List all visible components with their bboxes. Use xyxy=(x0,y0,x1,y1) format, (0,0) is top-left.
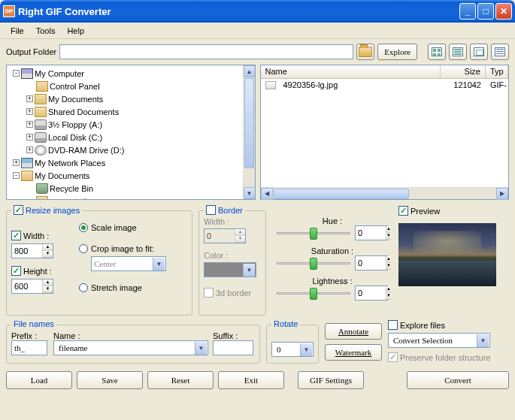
expander-icon[interactable]: + xyxy=(26,147,33,153)
title-bar: GIF Right GIF Converter _ □ ✕ xyxy=(0,0,515,23)
tree-scrollbar[interactable]: ▲ ▼ xyxy=(243,65,255,199)
gif-settings-button[interactable]: GIF Settings xyxy=(298,371,364,389)
width-up[interactable]: ▲ xyxy=(43,244,53,251)
tree-item[interactable]: -My Computer xyxy=(8,67,253,80)
tree-item[interactable]: +My Network Places xyxy=(8,156,253,169)
saturation-spinner[interactable]: ▲▼ xyxy=(355,255,388,270)
explore-button[interactable]: Explore xyxy=(377,44,417,60)
lightness-input[interactable] xyxy=(356,286,386,300)
preview-checkbox[interactable]: ✓ xyxy=(398,206,408,216)
height-spinner[interactable]: ▲▼ xyxy=(11,279,53,294)
name-combo[interactable]: filename▼ xyxy=(53,340,208,355)
list-header: Name Size Typ xyxy=(261,65,509,79)
annotate-button[interactable]: Annotate xyxy=(325,323,382,340)
list-row[interactable]: 4920356-lg.jpg121042GIF- xyxy=(261,79,509,91)
maximize-button[interactable]: □ xyxy=(477,3,494,20)
exit-button[interactable]: Exit xyxy=(218,371,284,389)
list-scrollbar-h[interactable]: ◀ ▶ xyxy=(261,187,509,199)
reset-button[interactable]: Reset xyxy=(147,371,214,389)
scroll-down-button[interactable]: ▼ xyxy=(244,187,256,199)
output-folder-input[interactable] xyxy=(59,44,353,59)
lightness-spinner[interactable]: ▲▼ xyxy=(355,286,388,301)
tree-item[interactable]: +Local Disk (C:) xyxy=(8,131,253,144)
col-name[interactable]: Name xyxy=(261,65,441,78)
scroll-up-button[interactable]: ▲ xyxy=(244,65,256,77)
height-checkbox[interactable]: ✓ xyxy=(11,266,21,276)
width-checkbox[interactable]: ✓ xyxy=(11,231,21,240)
expander-icon[interactable]: + xyxy=(26,108,33,115)
saturation-slider[interactable] xyxy=(277,255,350,270)
tree-item[interactable]: -My Documents xyxy=(8,169,253,182)
scroll-right-button[interactable]: ▶ xyxy=(496,188,508,200)
saturation-input[interactable] xyxy=(356,256,386,270)
computer-icon xyxy=(21,68,33,79)
expander-icon[interactable]: + xyxy=(26,121,33,128)
close-button[interactable]: ✕ xyxy=(495,3,512,20)
height-down[interactable]: ▼ xyxy=(43,286,53,293)
tree-item[interactable]: +My Documents xyxy=(8,92,253,105)
view-thumb-button[interactable] xyxy=(470,44,488,60)
folder-open-icon xyxy=(359,47,372,57)
tree-item[interactable]: +Shared Documents xyxy=(8,105,253,118)
view-details-button[interactable] xyxy=(491,44,509,60)
suffix-input[interactable] xyxy=(213,340,253,355)
tree-item[interactable]: +DVD-RAM Drive (D:) xyxy=(8,144,253,156)
scroll-thumb[interactable] xyxy=(244,78,254,168)
resize-checkbox[interactable]: ✓ xyxy=(14,205,23,215)
width-input[interactable] xyxy=(12,244,42,258)
convert-button[interactable]: Convert xyxy=(407,371,509,389)
watermark-button[interactable]: Watermark xyxy=(325,344,382,361)
load-button[interactable]: Load xyxy=(6,371,72,389)
folder-icon xyxy=(36,196,48,201)
folder-icon xyxy=(35,107,47,117)
expander-icon[interactable]: + xyxy=(26,95,33,102)
crop-radio[interactable] xyxy=(79,244,88,253)
tree-item[interactable]: converted xyxy=(8,195,253,200)
folder-tree[interactable]: -My ComputerControl Panel+My Documents+S… xyxy=(6,65,256,200)
browse-folder-button[interactable] xyxy=(356,44,374,60)
window-title: Right GIF Converter xyxy=(18,6,111,17)
lightness-slider[interactable] xyxy=(277,286,350,301)
menu-help[interactable]: Help xyxy=(61,25,90,37)
tree-item[interactable]: Recycle Bin xyxy=(8,182,253,195)
width-down[interactable]: ▼ xyxy=(43,251,53,258)
width-spinner[interactable]: ▲▼ xyxy=(11,243,53,258)
menu-file[interactable]: File xyxy=(5,25,30,37)
view-list-button[interactable] xyxy=(449,44,467,60)
save-button[interactable]: Save xyxy=(77,371,143,389)
expander-icon[interactable]: + xyxy=(26,134,33,141)
explore-files-checkbox[interactable] xyxy=(388,320,398,330)
file-list[interactable]: Name Size Typ 4920356-lg.jpg121042GIF- ◀… xyxy=(260,65,510,200)
drive-icon xyxy=(35,132,47,143)
app-icon: GIF xyxy=(3,5,15,17)
hue-spinner[interactable]: ▲▼ xyxy=(355,225,388,240)
expander-icon[interactable]: - xyxy=(13,172,20,179)
expander-icon[interactable]: + xyxy=(13,159,20,166)
height-input[interactable] xyxy=(12,279,42,293)
scale-radio[interactable] xyxy=(79,223,88,232)
rotate-combo[interactable]: 0▼ xyxy=(271,342,314,357)
height-label: Height : xyxy=(23,267,52,276)
preserve-label: Preserve folder structure xyxy=(400,353,490,362)
view-large-icons-button[interactable] xyxy=(428,44,446,60)
col-size[interactable]: Size xyxy=(441,65,486,78)
tree-item[interactable]: Control Panel xyxy=(8,80,253,92)
scroll-left-button[interactable]: ◀ xyxy=(261,188,273,200)
prefix-input[interactable] xyxy=(11,340,47,355)
chevron-down-icon[interactable]: ▼ xyxy=(477,334,489,347)
chevron-down-icon[interactable]: ▼ xyxy=(195,342,207,355)
chevron-down-icon[interactable]: ▼ xyxy=(300,343,312,356)
border-color-combo: ▼ xyxy=(204,262,256,277)
hue-slider[interactable] xyxy=(277,225,350,240)
tree-item[interactable]: +3½ Floppy (A:) xyxy=(8,118,253,131)
menu-tools[interactable]: Tools xyxy=(30,25,62,37)
scroll-thumb-h[interactable] xyxy=(274,189,409,199)
stretch-radio[interactable] xyxy=(79,283,88,292)
minimize-button[interactable]: _ xyxy=(459,3,476,20)
height-up[interactable]: ▲ xyxy=(43,279,53,286)
border-checkbox[interactable] xyxy=(206,205,216,215)
convert-mode-combo[interactable]: Convert Selection▼ xyxy=(388,333,490,348)
expander-icon[interactable]: - xyxy=(13,70,20,77)
col-type[interactable]: Typ xyxy=(486,65,508,78)
hue-input[interactable] xyxy=(356,226,386,240)
